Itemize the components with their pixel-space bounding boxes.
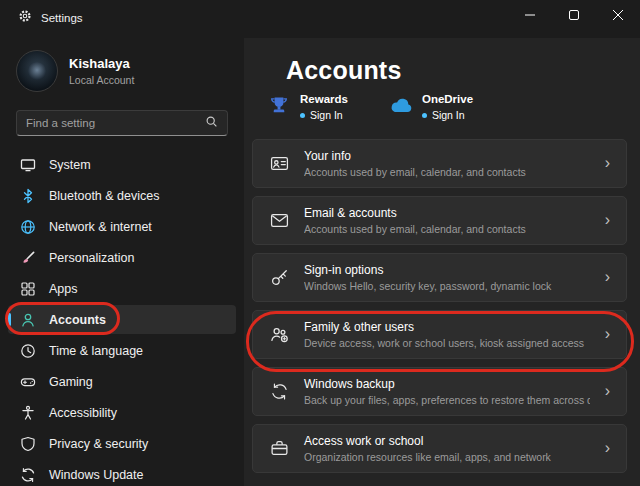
chevron-right-icon: › [605,383,610,401]
accessibility-icon [20,405,36,421]
your-info-icon [269,154,289,173]
windows-backup-icon [269,382,289,401]
row-description: Accounts used by email, calendar, and co… [304,166,590,178]
settings-list: Your info Accounts used by email, calend… [252,139,627,473]
row-title: Windows backup [304,377,590,391]
settings-row-windows-backup[interactable]: Windows backup Back up your files, apps,… [252,367,627,416]
search-input[interactable] [26,117,199,129]
row-text: Family & other users Device access, work… [304,320,590,349]
sidebar-item-bluetooth-devices[interactable]: Bluetooth & devices [8,181,236,210]
apps-icon [20,281,36,297]
row-description: Accounts used by email, calendar, and co… [304,223,590,235]
minimize-icon [525,10,535,20]
page-title: Accounts [286,56,627,85]
sidebar-item-label: Network & internet [49,220,152,234]
sidebar-item-network-internet[interactable]: Network & internet [8,212,236,241]
sidebar-item-personalization[interactable]: Personalization [8,243,236,272]
bullet-dot-icon [422,113,427,118]
titlebar-left: Settings [0,0,83,27]
promo-row: Rewards Sign In OneDrive [266,93,627,121]
rewards-sign-in-link[interactable]: Sign In [300,109,348,121]
bullet-dot-icon [300,113,305,118]
user-info: Kishalaya Local Account [69,56,134,86]
sidebar-item-accounts[interactable]: Accounts [8,305,236,334]
onedrive-title: OneDrive [422,93,473,105]
user-profile[interactable]: Kishalaya Local Account [0,38,244,106]
settings-row-your-info[interactable]: Your info Accounts used by email, calend… [252,139,627,188]
chevron-right-icon: › [605,212,610,230]
sidebar-item-system[interactable]: System [8,150,236,179]
sidebar-item-windows-update[interactable]: Windows Update [8,460,236,486]
sidebar-item-label: Windows Update [49,468,144,482]
close-button[interactable] [596,0,640,30]
minimize-button[interactable] [508,0,552,30]
row-description: Device access, work or school users, kio… [304,337,590,349]
email-accounts-icon [269,211,289,230]
onedrive-icon [388,94,413,116]
system-icon [20,157,36,173]
chevron-right-icon: › [605,269,610,287]
row-description: Organization resources like email, apps,… [304,451,590,463]
row-text: Email & accounts Accounts used by email,… [304,206,590,235]
rewards-title: Rewards [300,93,348,105]
chevron-right-icon: › [605,440,610,458]
sidebar-item-label: Bluetooth & devices [49,189,160,203]
search-icon [205,114,218,132]
row-text: Your info Accounts used by email, calend… [304,149,590,178]
privacy-icon [20,436,36,452]
maximize-button[interactable] [552,0,596,30]
avatar [16,50,58,92]
rewards-promo: Rewards Sign In [266,93,348,121]
settings-window: Settings Kishalaya [0,0,640,486]
row-text: Access work or school Organization resou… [304,434,590,463]
row-title: Your info [304,149,590,163]
personalization-icon [20,250,36,266]
settings-row-email-accounts[interactable]: Email & accounts Accounts used by email,… [252,196,627,245]
window-controls [508,0,640,30]
onedrive-promo-text: OneDrive Sign In [422,93,473,121]
time-language-icon [20,343,36,359]
user-name: Kishalaya [69,56,134,72]
accounts-icon [20,312,36,328]
settings-row-access-work-school[interactable]: Access work or school Organization resou… [252,424,627,473]
gear-icon [18,9,32,27]
chevron-right-icon: › [605,155,610,173]
sidebar-item-label: System [49,158,91,172]
sign-in-label: Sign In [432,109,465,121]
onedrive-sign-in-link[interactable]: Sign In [422,109,473,121]
app-title: Settings [41,12,83,24]
row-title: Email & accounts [304,206,590,220]
work-school-icon [269,439,289,458]
row-title: Sign-in options [304,263,590,277]
settings-row-signin-options[interactable]: Sign-in options Windows Hello, security … [252,253,627,302]
maximize-icon [569,10,579,20]
sidebar-item-gaming[interactable]: Gaming [8,367,236,396]
search-box[interactable] [16,110,228,136]
gaming-icon [20,374,36,390]
sidebar-item-label: Gaming [49,375,93,389]
row-title: Access work or school [304,434,590,448]
sidebar-item-privacy-security[interactable]: Privacy & security [8,429,236,458]
row-text: Windows backup Back up your files, apps,… [304,377,590,406]
sidebar-item-apps[interactable]: Apps [8,274,236,303]
sidebar-item-label: Time & language [49,344,143,358]
network-icon [20,219,36,235]
main-content: Accounts Rewards Sign In [244,38,640,486]
family-users-icon [269,325,289,344]
sign-in-label: Sign In [310,109,343,121]
bluetooth-icon [20,188,36,204]
sidebar-item-accessibility[interactable]: Accessibility [8,398,236,427]
sidebar-item-label: Personalization [49,251,134,265]
chevron-right-icon: › [605,326,610,344]
sidebar-item-label: Apps [49,282,78,296]
sidebar-nav: System Bluetooth & devices Network & int… [0,146,244,486]
sidebar-item-label: Accounts [49,313,106,327]
settings-row-family-other-users[interactable]: Family & other users Device access, work… [252,310,627,359]
titlebar: Settings [0,0,640,38]
onedrive-promo: OneDrive Sign In [388,93,473,121]
windows-update-icon [20,467,36,483]
sidebar-item-time-language[interactable]: Time & language [8,336,236,365]
close-icon [613,10,623,20]
row-description: Windows Hello, security key, password, d… [304,280,590,292]
signin-options-icon [269,268,289,287]
